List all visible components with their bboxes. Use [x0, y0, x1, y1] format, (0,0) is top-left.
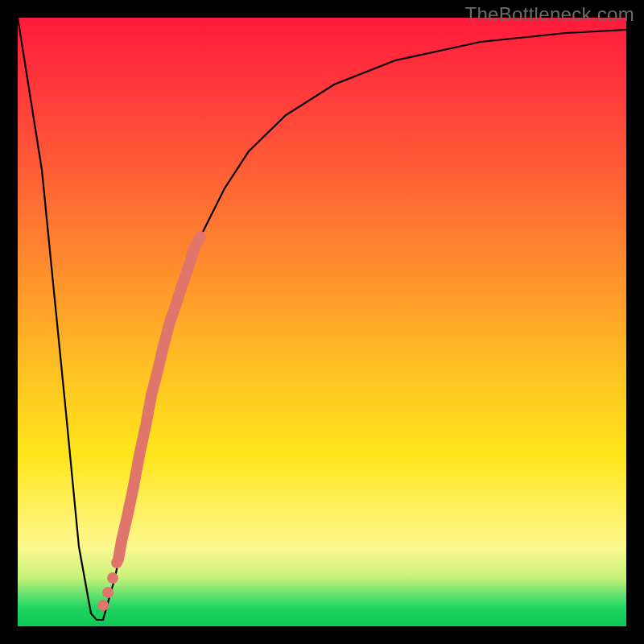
chart-svg [18, 18, 626, 626]
red-dot [97, 600, 109, 611]
chart-frame: TheBottleneck.com [0, 0, 644, 644]
plot-area [18, 18, 626, 626]
black-curve-line [18, 18, 626, 620]
red-dot [111, 557, 122, 568]
red-dot [102, 587, 114, 598]
red-overlay-band [118, 237, 200, 559]
watermark-text: TheBottleneck.com [464, 3, 634, 26]
red-dot [107, 572, 118, 584]
